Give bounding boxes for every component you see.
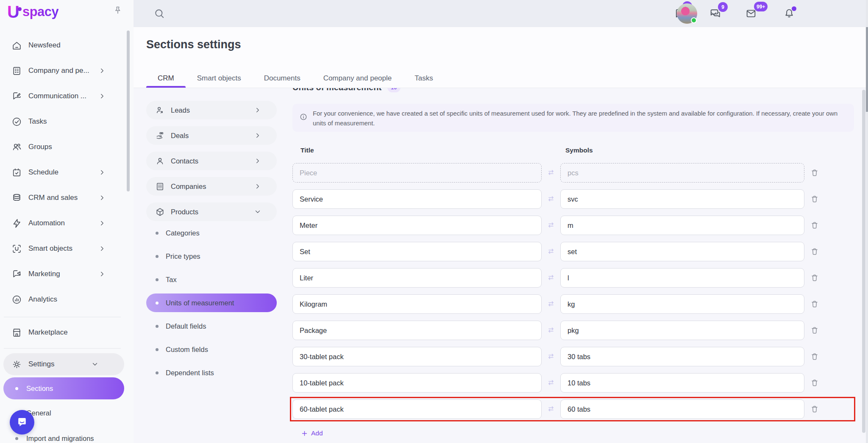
submenu-subitem-units-of-measurement[interactable]: Units of measurement (146, 293, 277, 312)
sidebar-item-crm-and-sales[interactable]: CRM and sales (0, 185, 134, 210)
unit-symbol-input[interactable] (560, 189, 804, 209)
user-menu-chevron-down-icon[interactable] (709, 9, 718, 18)
sidebar-item-schedule[interactable]: Schedule (0, 160, 134, 185)
sidebar-scrollbar[interactable] (127, 30, 130, 191)
tab-label: Documents (264, 74, 300, 82)
unit-symbol-input[interactable] (560, 268, 804, 288)
submenu-subitem-default-fields[interactable]: Default fields (146, 317, 277, 335)
delete-unit-icon[interactable] (804, 404, 825, 414)
unit-symbol-input[interactable] (560, 347, 804, 366)
tab-company-and-people[interactable]: Company and people (312, 70, 403, 88)
chat-widget-button[interactable] (10, 410, 34, 435)
unit-row (292, 399, 825, 419)
chevron-down-icon (89, 359, 100, 370)
swap-arrows-icon (542, 404, 560, 414)
delete-unit-icon[interactable] (804, 326, 825, 335)
submenu-item-contacts[interactable]: Contacts (146, 152, 277, 170)
submenu-subitem-price-types[interactable]: Price types (146, 247, 277, 266)
settings-subitem-label: Sections (26, 385, 53, 393)
content-scrollbar[interactable] (862, 90, 865, 433)
sidebar-item-newsfeed[interactable]: Newsfeed (0, 33, 134, 58)
delete-unit-icon[interactable] (804, 273, 825, 282)
column-header-title: Title (300, 147, 314, 154)
submenu-item-products[interactable]: Products (146, 202, 277, 221)
chevron-right-icon (253, 131, 262, 141)
submenu-item-companies[interactable]: Companies (146, 177, 277, 196)
unit-symbol-input[interactable] (560, 373, 804, 393)
swap-arrows-icon (542, 326, 560, 335)
delete-unit-icon[interactable] (804, 299, 825, 309)
sidebar-item-label: Automation (28, 219, 65, 227)
unit-symbol-input[interactable] (560, 294, 804, 314)
delete-unit-icon[interactable] (804, 378, 825, 388)
column-header-symbols: Symbols (565, 147, 593, 154)
submenu-item-label: Companies (171, 183, 206, 191)
unit-symbol-input[interactable] (560, 399, 804, 419)
submenu-subitem-label: Price types (166, 252, 200, 260)
unit-title-input[interactable] (292, 294, 542, 314)
submenu-subitem-dependent-lists[interactable]: Dependent lists (146, 363, 277, 382)
tab-smart-objects[interactable]: Smart objects (186, 70, 253, 88)
add-unit-button[interactable]: Add (301, 429, 323, 437)
submenu-item-leads[interactable]: Leads (146, 101, 277, 119)
pin-sidebar-icon[interactable] (113, 6, 123, 16)
chat-widget-icon (16, 416, 28, 429)
bullet-dot (156, 255, 159, 258)
unit-symbol-input[interactable] (560, 216, 804, 235)
tab-crm[interactable]: CRM (146, 70, 186, 88)
schedule-icon (11, 167, 22, 178)
communication-icon (11, 91, 22, 102)
delete-unit-icon[interactable] (804, 168, 825, 177)
unit-title-input[interactable] (292, 347, 542, 366)
gear-icon (11, 359, 22, 370)
sidebar-item-company-and-pe[interactable]: Company and pe... (0, 58, 134, 83)
unit-title-input[interactable] (292, 373, 542, 393)
tab-label: Company and people (323, 74, 392, 82)
uspacy-logo[interactable]: U spacy (7, 3, 58, 21)
unit-title-input[interactable] (292, 268, 542, 288)
chevron-right-icon (97, 66, 107, 76)
bullet-dot (156, 278, 159, 281)
window-scrollbar-thumb[interactable] (866, 27, 868, 112)
settings-subitem-sections[interactable]: Sections (3, 377, 124, 399)
sidebar-item-label: Company and pe... (28, 66, 89, 75)
submenu-item-label: Leads (171, 106, 190, 114)
submenu-item-deals[interactable]: Deals (146, 126, 277, 145)
tab-label: CRM (158, 74, 174, 82)
sidebar-item-label: Schedule (28, 168, 58, 177)
tab-documents[interactable]: Documents (253, 70, 312, 88)
submenu-subitem-categories[interactable]: Categories (146, 224, 277, 242)
sidebar-item-automation[interactable]: Automation (0, 210, 134, 236)
marketplace-icon (11, 327, 22, 338)
unit-symbol-input[interactable] (560, 163, 804, 183)
unit-title-input[interactable] (292, 163, 542, 183)
sidebar-item-groups[interactable]: Groups (0, 134, 134, 160)
sidebar-item-communication[interactable]: Communication ... (0, 83, 134, 109)
submenu-subitem-label: Units of measurement (166, 299, 234, 307)
tab-tasks[interactable]: Tasks (403, 70, 444, 88)
delete-unit-icon[interactable] (804, 352, 825, 361)
unit-title-input[interactable] (292, 321, 542, 340)
sidebar-item-settings[interactable]: Settings (3, 353, 124, 375)
delete-unit-icon[interactable] (804, 221, 825, 230)
tabs: CRMSmart objectsDocumentsCompany and peo… (146, 70, 445, 88)
sidebar-item-marketing[interactable]: Marketing (0, 261, 134, 287)
sidebar-item-tasks[interactable]: Tasks (0, 109, 134, 134)
delete-unit-icon[interactable] (804, 247, 825, 256)
submenu-subitem-custom-fields[interactable]: Custom fields (146, 340, 277, 359)
unit-symbol-input[interactable] (560, 242, 804, 261)
bullet-dot (156, 232, 159, 235)
unit-title-input[interactable] (292, 216, 542, 235)
unit-title-input[interactable] (292, 399, 542, 419)
sidebar-item-smart-objects[interactable]: Smart objects (0, 236, 134, 261)
sidebar-item-analytics[interactable]: Analytics (0, 287, 134, 312)
search-icon[interactable] (153, 8, 165, 19)
submenu-subitem-tax[interactable]: Tax (146, 270, 277, 289)
unit-title-input[interactable] (292, 189, 542, 209)
info-banner-text: For your convenience, we have created a … (313, 109, 843, 128)
delete-unit-icon[interactable] (804, 194, 825, 204)
sidebar-item-marketplace[interactable]: Marketplace (0, 320, 145, 345)
unit-title-input[interactable] (292, 242, 542, 261)
sidebar-item-label: Tasks (28, 117, 47, 126)
unit-symbol-input[interactable] (560, 321, 804, 340)
